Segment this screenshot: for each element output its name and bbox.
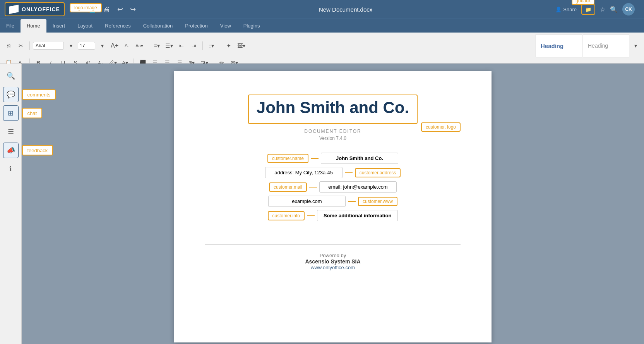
- doc-version: Version 7.4.0: [205, 136, 461, 141]
- sidebar-info[interactable]: ℹ: [3, 161, 19, 177]
- font-size-dropdown[interactable]: ▾: [97, 40, 108, 51]
- search-icon[interactable]: 🔍: [610, 6, 618, 13]
- feedback-label: feedback: [22, 145, 53, 156]
- mail-field-row: customer.mail email: john@example.com: [205, 181, 461, 193]
- menu-layout[interactable]: Layout: [71, 19, 99, 33]
- customer-mail-label-annotation: customer.mail: [269, 182, 307, 192]
- document-title: New Document.docx: [136, 6, 555, 13]
- document-page: John Smith and Co. customer. logo DOCUME…: [174, 71, 492, 342]
- chat-icon: ⊞: [8, 109, 14, 117]
- address-dash: [345, 172, 353, 173]
- navigator-icon: ☰: [8, 127, 14, 136]
- address-field-row: address: My City, 123a-45 customer.addre…: [205, 167, 461, 178]
- chat-label: chat: [22, 108, 43, 119]
- separator-1: [29, 41, 30, 50]
- customer-logo-annotation: customer. logo: [421, 122, 461, 132]
- heading-1-preview[interactable]: Heading: [536, 34, 582, 57]
- menu-bar: File Home Insert Layout References Colla…: [0, 19, 644, 33]
- document-area: John Smith and Co. customer. logo DOCUME…: [22, 64, 644, 344]
- clear-format-icon[interactable]: ✦: [223, 40, 234, 51]
- image-icon[interactable]: 🖼▾: [236, 40, 247, 51]
- toolbar: ⎘ ✂ ▾ ▾ A+ A- Aa▾ ≡▾ ☰▾ ⇤ ⇥ ↕▾ ✦ 🖼▾ Head…: [0, 33, 644, 64]
- title-annotation-outline: John Smith and Co.: [248, 95, 418, 124]
- redo-icon[interactable]: ↪: [130, 5, 136, 14]
- sidebar-search[interactable]: 🔍: [3, 68, 19, 84]
- customer-name-value: John Smith and Co.: [321, 153, 398, 164]
- customer-info-label-annotation: customer.info: [268, 211, 305, 220]
- feedback-icon: 📣: [7, 146, 15, 155]
- numbering-icon[interactable]: ☰▾: [164, 40, 175, 51]
- font-name-input[interactable]: [33, 42, 64, 50]
- customer-name-label-annotation: customer.name: [267, 154, 308, 163]
- title-wrapper: John Smith and Co. customer. logo: [205, 95, 461, 124]
- menu-home[interactable]: Home: [21, 19, 46, 33]
- heading-2-preview[interactable]: Heading: [583, 34, 629, 57]
- customer-address-label-annotation: customer.address: [355, 168, 401, 177]
- comments-icon: 💬: [7, 90, 15, 99]
- font-grow-icon[interactable]: A+: [109, 40, 120, 51]
- goback-button[interactable]: goback 📁: [581, 4, 595, 15]
- logo-image-annotation-bubble: logo.image: [70, 3, 102, 12]
- menu-protection[interactable]: Protection: [179, 19, 214, 33]
- separator-2: [148, 41, 148, 50]
- comments-label: comments: [22, 89, 56, 100]
- customer-www-value: example.com: [268, 196, 346, 207]
- line-spacing-icon[interactable]: ↕▾: [206, 40, 217, 51]
- company-url-text: www.onlyoffice.com: [205, 265, 461, 270]
- print-icon[interactable]: 🖨: [103, 5, 110, 14]
- separator-3: [202, 41, 203, 50]
- toolbar-row-1: ⎘ ✂ ▾ ▾ A+ A- Aa▾ ≡▾ ☰▾ ⇤ ⇥ ↕▾ ✦ 🖼▾ Head…: [3, 34, 641, 57]
- undo-icon[interactable]: ↩: [117, 5, 123, 14]
- font-size-input[interactable]: [78, 42, 95, 50]
- www-field-row: example.com customer.www: [205, 196, 461, 207]
- menu-right: 👤 Share goback 📁 ☆ 🔍 CK: [555, 3, 639, 15]
- menu-plugins[interactable]: Plugins: [237, 19, 266, 33]
- copy-icon[interactable]: ⎘: [3, 40, 14, 51]
- customer-www-label-annotation: customer.www: [358, 197, 397, 206]
- share-button[interactable]: 👤 Share: [555, 7, 577, 12]
- font-name-dropdown[interactable]: ▾: [65, 40, 76, 51]
- onlyoffice-logo-icon: [9, 5, 19, 14]
- goback-label-annotation: goback: [572, 0, 594, 5]
- styles-dropdown[interactable]: ▾: [630, 40, 641, 51]
- bullets-icon[interactable]: ≡▾: [151, 40, 162, 51]
- menu-references[interactable]: References: [99, 19, 137, 33]
- customer-mail-value: email: john@example.com: [319, 181, 397, 193]
- document-title-text: John Smith and Co.: [257, 98, 409, 117]
- menu-collaboration[interactable]: Collaboration: [137, 19, 179, 33]
- sidebar-navigator[interactable]: ☰: [3, 124, 19, 139]
- main-area: 🔍 💬 comments ⊞ chat ☰ 📣 feedback ℹ: [0, 64, 644, 344]
- logo-area[interactable]: ONLYOFFICE: [5, 2, 65, 16]
- separator-4: [220, 41, 220, 50]
- folder-icon: 📁: [585, 7, 591, 12]
- menu-view[interactable]: View: [214, 19, 237, 33]
- share-icon: 👤: [555, 7, 562, 12]
- menu-file[interactable]: File: [0, 19, 21, 33]
- title-bar: ONLYOFFICE logo.image 💾 🖨 ↩ ↪ New Docume…: [0, 0, 644, 19]
- change-case-icon[interactable]: Aa▾: [134, 40, 145, 51]
- sidebar-feedback[interactable]: 📣 feedback: [3, 143, 19, 158]
- app-name: ONLYOFFICE: [22, 6, 60, 12]
- sidebar-chat[interactable]: ⊞ chat: [3, 105, 19, 121]
- powered-by-text: Powered by: [205, 253, 461, 258]
- indent-icon[interactable]: ⇥: [188, 40, 199, 51]
- name-dash: [311, 158, 319, 159]
- info-dash: [307, 215, 315, 216]
- info-field-row: customer.info Some additional informatio…: [205, 210, 461, 221]
- outdent-icon[interactable]: ⇤: [176, 40, 187, 51]
- bookmark-icon[interactable]: ☆: [600, 6, 605, 13]
- customer-info-value: Some additional information: [317, 210, 398, 221]
- company-name-text: Ascensio System SIA: [205, 258, 461, 265]
- sidebar-comments[interactable]: 💬 comments: [3, 87, 19, 102]
- www-dash: [348, 201, 356, 202]
- document-footer: Powered by Ascensio System SIA www.onlyo…: [205, 244, 461, 270]
- menu-insert[interactable]: Insert: [46, 19, 72, 33]
- mail-dash: [309, 187, 317, 187]
- heading-preview: Heading Heading ▾: [536, 34, 641, 57]
- font-shrink-icon[interactable]: A-: [122, 40, 132, 51]
- info-icon: ℹ: [9, 165, 12, 173]
- avatar[interactable]: CK: [622, 3, 635, 15]
- cut-icon[interactable]: ✂: [15, 40, 26, 51]
- search-icon: 🔍: [7, 72, 15, 80]
- customer-address-value: address: My City, 123a-45: [265, 167, 343, 178]
